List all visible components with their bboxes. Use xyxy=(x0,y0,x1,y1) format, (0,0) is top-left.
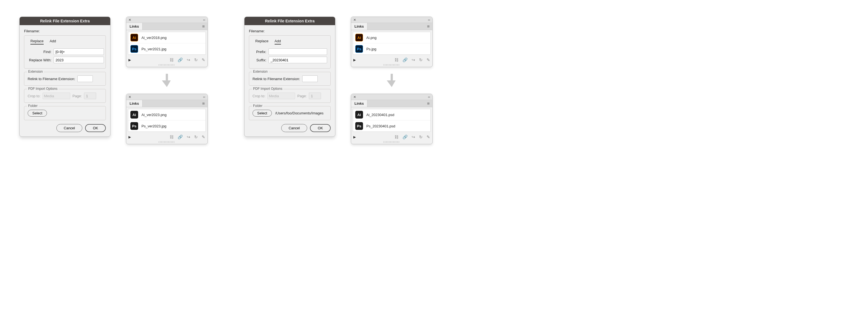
link-icon[interactable]: 🔗 xyxy=(403,134,408,140)
tab-add[interactable]: Add xyxy=(50,39,56,44)
relink-icon[interactable]: ⛓ xyxy=(395,134,399,140)
tab-replace[interactable]: Replace xyxy=(255,39,269,44)
relink-icon[interactable]: ⛓ xyxy=(169,58,174,62)
page-label: Page: xyxy=(297,94,307,98)
collapse-icon[interactable]: ‹‹ xyxy=(203,95,205,99)
goto-icon[interactable]: ↪ xyxy=(187,134,190,140)
dialog-title: Relink File Extension Extra xyxy=(20,17,110,25)
panel-menu-icon[interactable]: ≡ xyxy=(424,101,432,106)
extension-label: Relink to Filename Extension: xyxy=(252,77,300,81)
resize-grip[interactable] xyxy=(159,141,175,143)
link-item[interactable]: PsPs.jpg xyxy=(353,43,430,55)
extension-group-title: Extension xyxy=(27,70,44,73)
close-icon[interactable]: ✕ xyxy=(353,95,356,99)
relink-icon[interactable]: ⛓ xyxy=(395,58,399,62)
cancel-button[interactable]: Cancel xyxy=(56,124,82,132)
extension-group-title: Extension xyxy=(252,70,269,73)
relink-icon[interactable]: ⛓ xyxy=(169,134,174,140)
collapse-icon[interactable]: ‹‹ xyxy=(203,18,205,22)
edit-icon[interactable]: ✎ xyxy=(427,58,430,62)
refresh-icon[interactable]: ↻ xyxy=(419,134,423,140)
tab-add[interactable]: Add xyxy=(275,39,281,44)
expand-icon[interactable]: ▶ xyxy=(128,58,131,62)
collapse-icon[interactable]: ‹‹ xyxy=(428,95,430,99)
prefix-input[interactable] xyxy=(269,48,327,55)
link-item[interactable]: AiAi_ver2023.png xyxy=(128,109,206,120)
link-item[interactable]: PsPs_ver2021.jpg xyxy=(128,43,206,55)
relink-dialog-replace: Relink File Extension Extra Filename: Re… xyxy=(19,17,111,137)
link-item[interactable]: AiAi_20230401.psd xyxy=(353,109,430,120)
panel-menu-icon[interactable]: ≡ xyxy=(199,24,208,29)
crop-to-label: Crop to: xyxy=(252,94,265,98)
links-panel-after-1: ✕ ‹‹ Links ≡ AiAi_ver2023.pngPsPs_ver202… xyxy=(126,94,208,144)
extension-input[interactable] xyxy=(78,75,93,82)
page-label: Page: xyxy=(72,94,82,98)
goto-icon[interactable]: ↪ xyxy=(187,58,190,62)
edit-icon[interactable]: ✎ xyxy=(427,134,430,140)
folder-select-button[interactable]: Select xyxy=(252,110,272,117)
tab-replace[interactable]: Replace xyxy=(30,39,44,44)
find-input[interactable] xyxy=(54,48,104,55)
pdf-group-title: PDF Import Options xyxy=(252,87,283,91)
links-list: AiAi_ver2023.pngPsPs_ver2023.jpg xyxy=(128,109,206,132)
panel-menu-icon[interactable]: ≡ xyxy=(424,24,432,29)
links-panel-after-2: ✕ ‹‹ Links ≡ AiAi_20230401.psdPsPs_20230… xyxy=(351,94,433,144)
suffix-input[interactable] xyxy=(269,57,327,63)
folder-select-button[interactable]: Select xyxy=(28,110,47,117)
goto-icon[interactable]: ↪ xyxy=(412,58,415,62)
refresh-icon[interactable]: ↻ xyxy=(419,58,423,62)
link-item[interactable]: PsPs_20230401.psd xyxy=(353,120,430,131)
folder-group-title: Folder xyxy=(252,104,264,108)
collapse-icon[interactable]: ‹‹ xyxy=(428,18,430,22)
links-tab[interactable]: Links xyxy=(126,100,143,107)
crop-to-select: Media xyxy=(268,93,295,99)
edit-icon[interactable]: ✎ xyxy=(202,58,205,62)
ai-app-icon: Ai xyxy=(130,34,138,41)
extension-input[interactable] xyxy=(302,75,318,82)
resize-grip[interactable] xyxy=(159,64,175,66)
close-icon[interactable]: ✕ xyxy=(353,18,356,22)
refresh-icon[interactable]: ↻ xyxy=(194,134,198,140)
expand-icon[interactable]: ▶ xyxy=(353,135,356,139)
down-arrow-icon xyxy=(387,74,397,87)
link-icon[interactable]: 🔗 xyxy=(178,134,183,140)
panel-menu-icon[interactable]: ≡ xyxy=(199,101,208,106)
links-list: AiAi_ver2018.pngPsPs_ver2021.jpg xyxy=(128,32,206,55)
resize-grip[interactable] xyxy=(383,141,400,143)
expand-icon[interactable]: ▶ xyxy=(128,135,131,139)
links-tab[interactable]: Links xyxy=(126,23,143,30)
ai-app-icon: Ai xyxy=(130,111,138,119)
links-panel-before-2: ✕ ‹‹ Links ≡ AiAi.pngPsPs.jpg ▶ ⛓ 🔗 ↪ ↻ … xyxy=(351,17,433,67)
link-item[interactable]: AiAi.png xyxy=(353,32,430,43)
cancel-button[interactable]: Cancel xyxy=(281,124,307,132)
pdf-group-title: PDF Import Options xyxy=(27,87,59,91)
link-item[interactable]: AiAi_ver2018.png xyxy=(128,32,206,43)
down-arrow-icon xyxy=(162,74,172,87)
close-icon[interactable]: ✕ xyxy=(128,95,131,99)
links-tab[interactable]: Links xyxy=(351,100,367,107)
goto-icon[interactable]: ↪ xyxy=(412,134,415,140)
page-input xyxy=(309,93,321,99)
refresh-icon[interactable]: ↻ xyxy=(194,58,198,62)
link-filename: Ps_20230401.psd xyxy=(366,124,395,128)
replace-with-label: Replace With: xyxy=(28,58,51,62)
folder-group-title: Folder xyxy=(27,104,39,108)
edit-icon[interactable]: ✎ xyxy=(202,134,205,140)
expand-icon[interactable]: ▶ xyxy=(353,58,356,62)
ps-app-icon: Ps xyxy=(355,122,363,130)
link-icon[interactable]: 🔗 xyxy=(403,58,408,62)
link-item[interactable]: PsPs_ver2023.jpg xyxy=(128,120,206,131)
links-list: AiAi.pngPsPs.jpg xyxy=(353,32,431,55)
link-icon[interactable]: 🔗 xyxy=(178,58,183,62)
dialog-title: Relink File Extension Extra xyxy=(245,17,335,25)
crop-to-select: Media xyxy=(42,93,70,99)
link-filename: Ai_ver2018.png xyxy=(142,36,166,40)
ok-button[interactable]: OK xyxy=(85,124,106,132)
ps-app-icon: Ps xyxy=(130,45,138,53)
ok-button[interactable]: OK xyxy=(310,124,331,132)
filename-label: Filename: xyxy=(24,29,106,33)
replace-with-input[interactable] xyxy=(54,57,104,63)
close-icon[interactable]: ✕ xyxy=(128,18,131,22)
resize-grip[interactable] xyxy=(383,64,400,66)
links-tab[interactable]: Links xyxy=(351,23,367,30)
